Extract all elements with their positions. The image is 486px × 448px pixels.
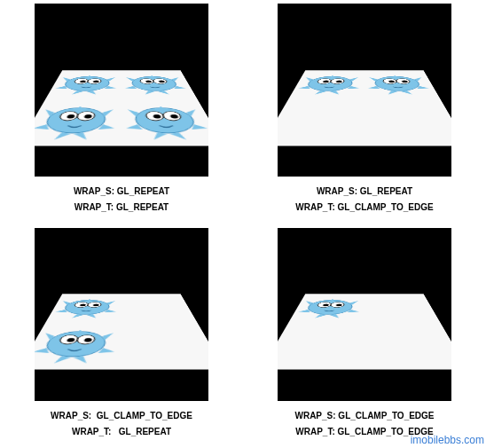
textured-plane (35, 294, 208, 369)
pufferfish-icon (290, 70, 364, 97)
panel-labels: WRAP_S: GL_CLAMP_TO_EDGE WRAP_T: GL_REPE… (51, 408, 192, 440)
pufferfish-icon (122, 70, 194, 97)
pufferfish-icon (364, 70, 437, 97)
wrap-t-label: WRAP_T: GL_REPEAT (74, 200, 169, 216)
pufferfish-icon (47, 70, 121, 97)
panel-tr: WRAP_S: GL_REPEAT WRAP_T: GL_CLAMP_TO_ED… (243, 0, 486, 224)
pufferfish-icon (35, 321, 120, 367)
render-view (278, 4, 451, 177)
wrap-t-label: WRAP_T: GL_REPEAT (51, 424, 192, 440)
wrap-s-label: WRAP_S: GL_CLAMP_TO_EDGE (294, 408, 434, 424)
textured-plane (278, 70, 451, 145)
render-view (35, 228, 208, 401)
panel-tl: WRAP_S: GL_REPEAT WRAP_T: GL_REPEAT (0, 0, 243, 224)
textured-plane (35, 70, 208, 145)
textured-plane (278, 294, 451, 369)
wrap-s-label: WRAP_S: GL_REPEAT (74, 184, 169, 200)
wrap-s-label: WRAP_S: GL_CLAMP_TO_EDGE (51, 408, 192, 424)
render-view (35, 4, 208, 177)
panel-br: WRAP_S: GL_CLAMP_TO_EDGE WRAP_T: GL_CLAM… (243, 224, 486, 449)
pufferfish-icon (35, 98, 120, 144)
panel-labels: WRAP_S: GL_REPEAT WRAP_T: GL_CLAMP_TO_ED… (295, 184, 433, 216)
pufferfish-icon (290, 294, 364, 320)
pufferfish-icon (47, 294, 121, 320)
texture-wrap-grid: WRAP_S: GL_REPEAT WRAP_T: GL_REPEAT WRAP… (0, 0, 486, 448)
wrap-s-label: WRAP_S: GL_REPEAT (295, 184, 433, 200)
panel-bl: WRAP_S: GL_CLAMP_TO_EDGE WRAP_T: GL_REPE… (0, 224, 243, 449)
pufferfish-icon (122, 98, 208, 144)
panel-labels: WRAP_S: GL_REPEAT WRAP_T: GL_REPEAT (74, 184, 169, 216)
wrap-t-label: WRAP_T: GL_CLAMP_TO_EDGE (295, 200, 433, 216)
render-view (278, 228, 451, 401)
watermark-text: imobilebbs.com (411, 434, 484, 446)
